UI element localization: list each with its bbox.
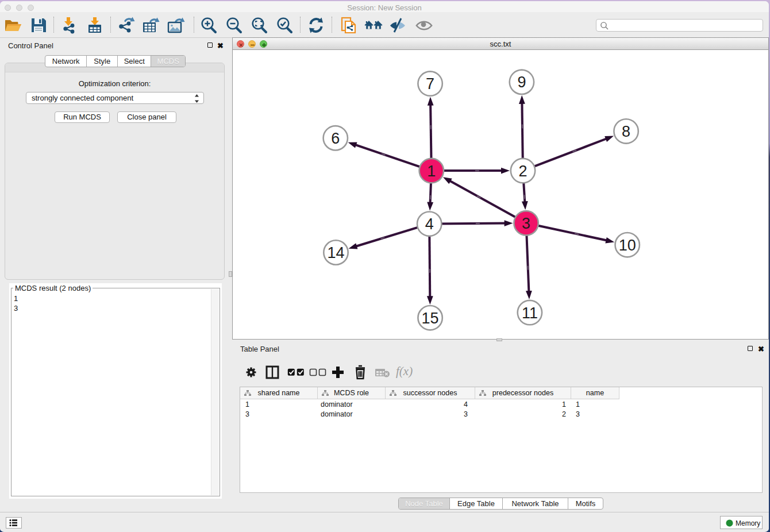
svg-text:11: 11 (522, 304, 538, 322)
svg-text:6: 6 (331, 130, 340, 147)
svg-text:2: 2 (518, 163, 527, 180)
svg-text:4: 4 (425, 215, 434, 233)
svg-text:8: 8 (622, 123, 630, 140)
svg-text:1: 1 (427, 163, 436, 180)
svg-text:10: 10 (619, 237, 636, 254)
svg-text:3: 3 (522, 215, 530, 232)
svg-text:15: 15 (422, 310, 439, 327)
svg-text:14: 14 (327, 244, 344, 261)
svg-text:9: 9 (517, 74, 526, 91)
svg-text:7: 7 (426, 75, 434, 92)
